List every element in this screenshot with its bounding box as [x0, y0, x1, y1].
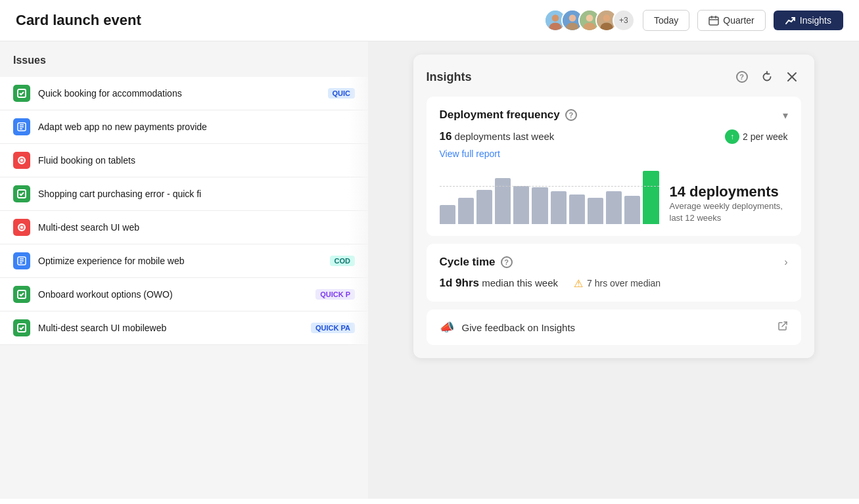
- quarter-button[interactable]: Quarter: [697, 10, 765, 31]
- issue-icon-red: [13, 152, 30, 169]
- insights-button[interactable]: Insights: [774, 11, 843, 30]
- deployment-card: Deployment frequency ? ▾ 16 deployments …: [427, 97, 801, 236]
- chart-row: 14 deployments Average weekly deployment…: [440, 165, 788, 224]
- header: Card launch event: [0, 0, 859, 41]
- svg-point-10: [603, 14, 611, 22]
- list-item[interactable]: Onboard workout options (OWO) QUICK P: [0, 278, 368, 311]
- svg-rect-12: [709, 17, 718, 25]
- status-badge: QUIC: [328, 88, 356, 99]
- issue-icon-green: [13, 85, 30, 102]
- chevron-down-icon: ▾: [783, 109, 788, 122]
- svg-line-28: [782, 322, 787, 327]
- cycle-stats: 1d 9hrs median this week ⚠ 7 hrs over me…: [440, 277, 788, 290]
- bar-highlight: [643, 171, 659, 224]
- bar: [588, 198, 603, 224]
- card-title: Deployment frequency: [440, 108, 560, 122]
- chart-legend: 14 deployments Average weekly deployment…: [670, 183, 788, 224]
- list-item[interactable]: Fluid booking on tablets: [0, 144, 368, 177]
- svg-point-7: [586, 14, 593, 22]
- issue-icon-green: [13, 286, 30, 303]
- svg-point-4: [569, 14, 576, 22]
- issue-text: Fluid booking on tablets: [38, 155, 355, 166]
- help-icon: ?: [736, 71, 748, 83]
- close-icon: [787, 72, 797, 82]
- legend-text: Average weekly deployments, last 12 week…: [670, 200, 788, 224]
- today-button[interactable]: Today: [643, 10, 689, 31]
- list-item[interactable]: Multi-dest search UI mobileweb QUICK PA: [0, 311, 368, 345]
- bar: [551, 191, 567, 224]
- external-link-icon[interactable]: [778, 321, 788, 334]
- bar: [569, 195, 585, 224]
- dashed-line: [440, 186, 659, 187]
- bar: [495, 178, 511, 224]
- refresh-button[interactable]: [758, 68, 776, 86]
- issues-panel: Issues Quick booking for accommodations …: [0, 41, 368, 499]
- cycle-warning: ⚠ 7 hrs over median: [574, 277, 661, 290]
- bar: [513, 186, 529, 225]
- issue-text: Shopping cart purchasing error - quick f…: [38, 189, 355, 199]
- cycle-median: 1d 9hrs median this week: [440, 277, 559, 290]
- cycle-time-card: Cycle time ? › 1d 9hrs median this week …: [427, 244, 801, 302]
- status-badge: QUICK P: [315, 289, 355, 300]
- per-week-stat: ↑ 2 per week: [725, 129, 787, 144]
- close-button[interactable]: [783, 68, 801, 86]
- card-help-icon: ?: [565, 109, 577, 121]
- header-right: +3 Today Quarter Insights: [544, 9, 843, 32]
- bar: [606, 191, 622, 224]
- issue-text: Multi-dest search UI mobileweb: [38, 323, 303, 333]
- card-title-row: Deployment frequency ?: [440, 108, 577, 122]
- bar: [532, 187, 547, 224]
- bar: [624, 196, 640, 224]
- bar: [476, 190, 492, 224]
- issue-text: Quick booking for accommodations: [38, 88, 320, 99]
- page-title: Card launch event: [16, 12, 141, 29]
- bar: [440, 205, 455, 224]
- content-area: Issues Quick booking for accommodations …: [0, 41, 859, 499]
- cycle-card-header: Cycle time ? ›: [440, 256, 788, 269]
- issue-icon-blue: [13, 252, 30, 269]
- feedback-card[interactable]: 📣 Give feedback on Insights: [427, 309, 801, 345]
- deployments-stat: 16 deployments last week: [440, 130, 555, 143]
- insights-panel-actions: ?: [733, 68, 801, 86]
- status-badge: QUICK PA: [311, 323, 355, 333]
- insights-panel-title: Insights: [427, 70, 472, 84]
- insights-panel: Insights ?: [413, 55, 814, 358]
- cycle-help-icon: ?: [501, 256, 513, 268]
- up-arrow-icon: ↑: [725, 129, 739, 144]
- right-area: Insights ?: [368, 41, 859, 499]
- issue-icon-green: [13, 185, 30, 202]
- card-stats: 16 deployments last week ↑ 2 per week: [440, 129, 788, 144]
- deployments-count: 16 deployments last week: [440, 131, 555, 142]
- issue-icon-red: [13, 219, 30, 236]
- main-container: Card launch event: [0, 0, 859, 504]
- svg-point-19: [20, 159, 23, 162]
- issue-text: Onboard workout options (OWO): [38, 289, 308, 300]
- issue-icon-blue: [13, 118, 30, 135]
- card-header: Deployment frequency ? ▾: [440, 108, 788, 122]
- issue-text: Adapt web app no new payments provide: [38, 122, 355, 132]
- svg-point-22: [20, 226, 23, 229]
- avatar-group: +3: [544, 9, 635, 32]
- feedback-text: Give feedback on Insights: [462, 322, 576, 333]
- insights-panel-header: Insights ?: [427, 68, 801, 86]
- issues-header: Issues: [0, 55, 368, 77]
- chart-icon: [785, 15, 796, 26]
- list-item[interactable]: Adapt web app no new payments provide: [0, 110, 368, 144]
- issue-text: Multi-dest search UI web: [38, 222, 355, 233]
- megaphone-icon: 📣: [440, 320, 454, 334]
- list-item[interactable]: Multi-dest search UI web: [0, 211, 368, 244]
- help-button[interactable]: ?: [733, 68, 751, 86]
- list-item[interactable]: Optimize experience for mobile web COD: [0, 244, 368, 278]
- list-item[interactable]: Quick booking for accommodations QUIC: [0, 77, 368, 110]
- cycle-title: Cycle time: [440, 256, 496, 269]
- view-link[interactable]: View full report: [440, 148, 788, 160]
- refresh-icon: [761, 71, 773, 83]
- avatar-count: +3: [613, 9, 635, 32]
- chevron-right-icon: ›: [784, 256, 787, 268]
- cycle-title-row: Cycle time ?: [440, 256, 513, 269]
- issue-icon-green: [13, 319, 30, 336]
- list-item[interactable]: Shopping cart purchasing error - quick f…: [0, 177, 368, 211]
- calendar-icon: [708, 15, 719, 26]
- svg-point-1: [552, 14, 559, 22]
- legend-number: 14 deployments: [670, 183, 788, 200]
